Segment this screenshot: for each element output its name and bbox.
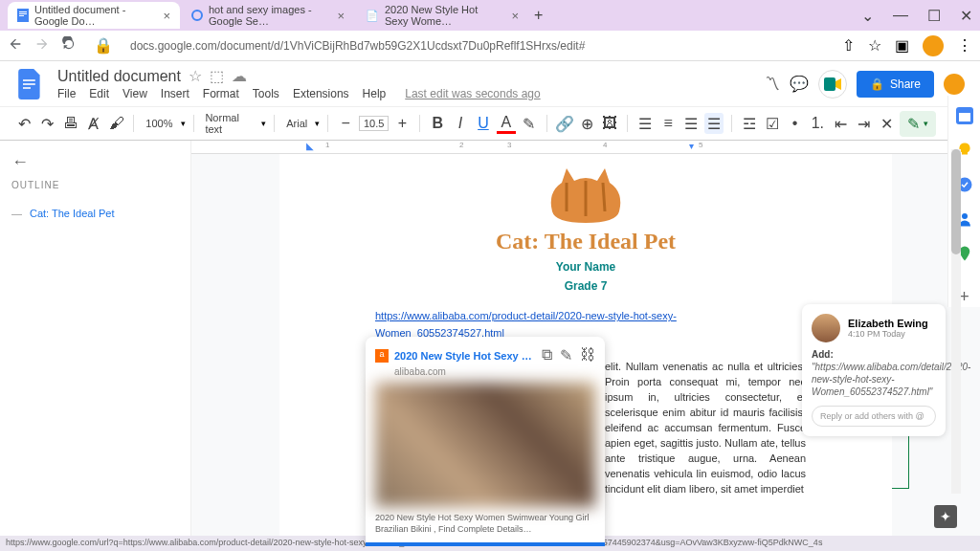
- svg-rect-6: [23, 83, 35, 85]
- outline-item[interactable]: — Cat: The Ideal Pet: [11, 202, 179, 225]
- menu-insert[interactable]: Insert: [161, 87, 189, 100]
- link-card-title[interactable]: 2020 New Style Hot Sexy …: [394, 350, 536, 362]
- redo-icon[interactable]: ↷: [38, 113, 57, 134]
- grade-label[interactable]: Grade 7: [375, 279, 796, 293]
- menu-icon[interactable]: ⋮: [957, 36, 972, 55]
- menu-tools[interactable]: Tools: [253, 87, 279, 100]
- font-size[interactable]: 10.5: [359, 116, 389, 131]
- style-select[interactable]: Normal text: [201, 112, 257, 135]
- outdent-icon[interactable]: ⇤: [831, 113, 850, 134]
- body-text[interactable]: elit. Nullam venenatis ac nulla et ultri…: [605, 360, 806, 496]
- zoom-select[interactable]: 100%: [142, 118, 176, 129]
- align-justify-icon[interactable]: ☰: [704, 113, 724, 134]
- menu-help[interactable]: Help: [363, 87, 387, 100]
- comment-card[interactable]: Elizabeth Ewing 4:10 PM Today Add: "http…: [802, 304, 946, 436]
- star-icon[interactable]: ☆: [189, 67, 202, 85]
- paint-format-icon[interactable]: 🖌: [107, 113, 126, 134]
- bullet-list-icon[interactable]: •: [786, 113, 805, 134]
- menu-view[interactable]: View: [122, 87, 147, 100]
- profile-avatar[interactable]: [923, 35, 944, 56]
- forward-button[interactable]: [34, 36, 50, 55]
- spellcheck-icon[interactable]: Ⱥ: [84, 113, 103, 134]
- trend-icon[interactable]: 〽: [765, 76, 780, 93]
- print-icon[interactable]: 🖶: [61, 113, 80, 134]
- page-title[interactable]: Cat: The Ideal Pet: [375, 229, 796, 254]
- explore-button[interactable]: ✦: [934, 505, 957, 528]
- close-icon[interactable]: ×: [511, 9, 519, 23]
- browser-tab-active[interactable]: Untitled document - Google Do… ×: [8, 2, 180, 29]
- text-color-icon[interactable]: A: [497, 113, 516, 134]
- share-button[interactable]: 🔒 Share: [857, 71, 934, 98]
- copy-icon[interactable]: ⧉: [542, 346, 552, 364]
- menu-format[interactable]: Format: [203, 87, 239, 100]
- editing-mode-button[interactable]: ✎▾: [900, 111, 936, 137]
- font-select[interactable]: Arial: [282, 118, 311, 129]
- menu-edit[interactable]: Edit: [89, 87, 109, 100]
- svg-rect-7: [23, 87, 31, 89]
- image-icon[interactable]: 🖼: [600, 113, 619, 134]
- close-icon[interactable]: ×: [337, 9, 345, 23]
- move-icon[interactable]: ⬚: [210, 67, 224, 85]
- extension-icon[interactable]: ▣: [895, 36, 909, 55]
- line-spacing-icon[interactable]: ☲: [740, 113, 759, 134]
- edit-link-icon[interactable]: ✎: [560, 346, 572, 364]
- menu-extensions[interactable]: Extensions: [293, 87, 349, 100]
- link-icon[interactable]: 🔗: [555, 113, 574, 134]
- italic-icon[interactable]: I: [451, 113, 470, 134]
- last-edit[interactable]: Last edit was seconds ago: [405, 87, 540, 100]
- calendar-icon[interactable]: [956, 107, 973, 124]
- back-button[interactable]: [8, 36, 23, 55]
- maximize-icon[interactable]: ☐: [927, 7, 941, 25]
- reply-input[interactable]: Reply or add others with @: [812, 406, 936, 427]
- caret-down-icon[interactable]: ⌄: [861, 7, 874, 25]
- reload-button[interactable]: [61, 36, 77, 55]
- star-icon[interactable]: ☆: [868, 36, 881, 55]
- cloud-icon[interactable]: ☁: [232, 67, 247, 85]
- pasted-link[interactable]: https://www.alibaba.com/product-detail/2…: [375, 310, 677, 339]
- scrollbar-track[interactable]: [951, 149, 961, 494]
- highlight-icon[interactable]: ✎: [520, 113, 539, 134]
- number-list-icon[interactable]: 1.: [808, 113, 827, 134]
- bold-icon[interactable]: B: [428, 113, 447, 134]
- ruler[interactable]: ◣ 1 2 3 4 ▾ 5: [191, 141, 980, 154]
- scrollbar-thumb[interactable]: [951, 149, 961, 254]
- share-icon[interactable]: ⇧: [842, 36, 855, 55]
- link-preview-card: a 2020 New Style Hot Sexy … ⧉ ✎ ⛓ alibab…: [366, 337, 605, 546]
- lock-icon: 🔒: [870, 77, 884, 91]
- close-icon[interactable]: ×: [163, 9, 170, 23]
- document-page[interactable]: Cat: The Ideal Pet Your Name Grade 7 htt…: [279, 154, 892, 546]
- new-tab-button[interactable]: +: [534, 7, 543, 24]
- menu-bar: File Edit View Insert Format Tools Exten…: [57, 87, 753, 100]
- google-favicon: [191, 9, 203, 22]
- lock-icon[interactable]: 🔒: [94, 36, 113, 55]
- minimize-icon[interactable]: —: [893, 7, 908, 25]
- link-domain: alibaba.com: [394, 366, 595, 377]
- clear-format-icon[interactable]: ✕: [877, 113, 896, 134]
- checklist-icon[interactable]: ☑: [763, 113, 782, 134]
- menu-file[interactable]: File: [57, 87, 76, 100]
- indent-icon[interactable]: ⇥: [854, 113, 873, 134]
- svg-rect-5: [23, 79, 35, 81]
- unlink-icon[interactable]: ⛓: [580, 346, 595, 364]
- align-center-icon[interactable]: ≡: [658, 113, 678, 134]
- undo-icon[interactable]: ↶: [15, 113, 34, 134]
- docs-logo[interactable]: [15, 69, 46, 99]
- increase-font-icon[interactable]: +: [392, 113, 412, 134]
- underline-icon[interactable]: U: [474, 113, 493, 134]
- meet-button[interactable]: [818, 70, 847, 99]
- close-window-icon[interactable]: ✕: [960, 7, 972, 25]
- cat-image[interactable]: [547, 164, 624, 221]
- svg-rect-3: [19, 15, 24, 16]
- doc-header: Untitled document ☆ ⬚ ☁ File Edit View I…: [0, 61, 980, 106]
- browser-tab[interactable]: 📄 2020 New Style Hot Sexy Wome… ×: [356, 2, 528, 29]
- url-text[interactable]: docs.google.com/document/d/1VhViCBijRhBd…: [130, 39, 831, 53]
- outline-back-icon[interactable]: ←: [11, 152, 179, 172]
- browser-tab[interactable]: hot and sexy images - Google Se… ×: [182, 2, 354, 29]
- document-title[interactable]: Untitled document: [57, 68, 181, 85]
- comment-history-icon[interactable]: 💬: [790, 75, 809, 93]
- decrease-font-icon[interactable]: −: [336, 113, 355, 134]
- align-left-icon[interactable]: ☰: [635, 113, 655, 134]
- align-right-icon[interactable]: ☰: [681, 113, 701, 134]
- comment-icon[interactable]: ⊕: [578, 113, 597, 134]
- user-avatar[interactable]: [944, 74, 965, 95]
